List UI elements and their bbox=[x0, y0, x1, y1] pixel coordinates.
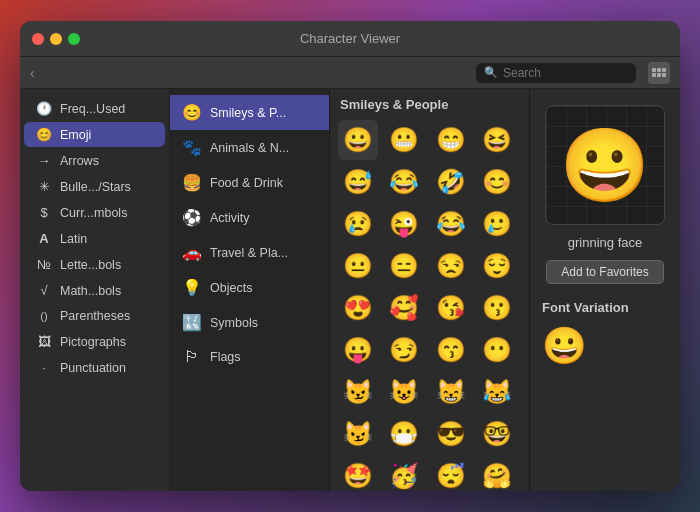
emoji-cell[interactable]: 😂 bbox=[384, 162, 424, 202]
category-symbols[interactable]: 🔣 Symbols bbox=[170, 305, 329, 340]
sidebar-label-arrows: Arrows bbox=[60, 154, 99, 168]
emoji-preview-wrapper: 😀 bbox=[545, 105, 665, 225]
sidebar-item-arrows[interactable]: → Arrows bbox=[24, 148, 165, 173]
maximize-button[interactable] bbox=[68, 33, 80, 45]
emoji-cell[interactable]: 🥳 bbox=[384, 456, 424, 491]
search-bar[interactable]: 🔍 bbox=[476, 63, 636, 83]
smileys-icon: 😊 bbox=[182, 103, 202, 122]
sidebar-item-pictographs[interactable]: 🖼 Pictographs bbox=[24, 329, 165, 354]
emoji-cell[interactable]: 😊 bbox=[477, 162, 517, 202]
search-input[interactable] bbox=[503, 66, 628, 80]
emoji-cell[interactable]: 😶 bbox=[477, 330, 517, 370]
emoji-cell[interactable]: 😙 bbox=[431, 330, 471, 370]
emoji-cell[interactable]: 😴 bbox=[431, 456, 471, 491]
emoji-cell[interactable]: 😗 bbox=[477, 288, 517, 328]
chevron-left-icon: ‹ bbox=[30, 65, 35, 81]
symbols-icon: 🔣 bbox=[182, 313, 202, 332]
sidebar-item-math-bols[interactable]: √ Math...bols bbox=[24, 278, 165, 303]
search-icon: 🔍 bbox=[484, 66, 498, 79]
category-objects[interactable]: 💡 Objects bbox=[170, 270, 329, 305]
nav-back-button[interactable]: ‹ bbox=[30, 65, 35, 81]
window-title: Character Viewer bbox=[300, 31, 400, 46]
category-label-smileys: Smileys & P... bbox=[210, 106, 286, 120]
category-flags[interactable]: 🏳 Flags bbox=[170, 340, 329, 374]
sidebar-label-math-bols: Math...bols bbox=[60, 284, 121, 298]
category-activity[interactable]: ⚽ Activity bbox=[170, 200, 329, 235]
travel-icon: 🚗 bbox=[182, 243, 202, 262]
emoji-cell[interactable]: 😷 bbox=[384, 414, 424, 454]
emoji-cell[interactable]: 🤩 bbox=[338, 456, 378, 491]
emoji-cell[interactable]: 😏 bbox=[384, 330, 424, 370]
category-smileys[interactable]: 😊 Smileys & P... bbox=[170, 95, 329, 130]
category-label-symbols: Symbols bbox=[210, 316, 258, 330]
emoji-cell[interactable]: 😹 bbox=[477, 372, 517, 412]
category-animals[interactable]: 🐾 Animals & N... bbox=[170, 130, 329, 165]
animals-icon: 🐾 bbox=[182, 138, 202, 157]
sidebar-item-parentheses[interactable]: () Parentheses bbox=[24, 304, 165, 328]
emoji-cell[interactable]: 😢 bbox=[338, 204, 378, 244]
latin-icon: A bbox=[36, 231, 52, 246]
grid-dot bbox=[657, 73, 661, 77]
emoji-cell[interactable]: 😺 bbox=[384, 372, 424, 412]
emoji-cell[interactable]: 😎 bbox=[431, 414, 471, 454]
minimize-button[interactable] bbox=[50, 33, 62, 45]
category-travel[interactable]: 🚗 Travel & Pla... bbox=[170, 235, 329, 270]
emoji-cell[interactable]: 😍 bbox=[338, 288, 378, 328]
emoji-cell[interactable]: 🥰 bbox=[384, 288, 424, 328]
close-button[interactable] bbox=[32, 33, 44, 45]
sidebar-item-bullet-stars[interactable]: ✳ Bulle.../Stars bbox=[24, 174, 165, 199]
sidebar-item-latin[interactable]: A Latin bbox=[24, 226, 165, 251]
emoji-cell[interactable]: 😐 bbox=[338, 246, 378, 286]
category-food[interactable]: 🍔 Food & Drink bbox=[170, 165, 329, 200]
sidebar-item-punctuation[interactable]: · Punctuation bbox=[24, 355, 165, 380]
sidebar-label-bullet: Bulle.../Stars bbox=[60, 180, 131, 194]
emoji-cell[interactable]: 😜 bbox=[384, 204, 424, 244]
emoji-cell[interactable]: 😬 bbox=[384, 120, 424, 160]
sidebar-item-emoji[interactable]: 😊 Emoji bbox=[24, 122, 165, 147]
navbar: ‹ 🔍 bbox=[20, 57, 680, 89]
sidebar-label-freq-used: Freq...Used bbox=[60, 102, 125, 116]
sidebar-item-lette-bols[interactable]: № Lette...bols bbox=[24, 252, 165, 277]
emoji-preview: 😀 bbox=[560, 123, 650, 208]
emoji-cell[interactable]: 😆 bbox=[477, 120, 517, 160]
activity-icon: ⚽ bbox=[182, 208, 202, 227]
emoji-cell[interactable]: 😑 bbox=[384, 246, 424, 286]
currency-icon: $ bbox=[36, 205, 52, 220]
sqrt-icon: √ bbox=[36, 283, 52, 298]
sidebar-label-punctuation: Punctuation bbox=[60, 361, 126, 375]
emoji-name: grinning face bbox=[568, 235, 642, 250]
sidebar-item-freq-used[interactable]: 🕐 Freq...Used bbox=[24, 96, 165, 121]
emoji-grid: 😀 😬 😁 😆 😅 😂 🤣 😊 😢 😜 😂 🥲 😐 😑 😒 😌 😍 🥰 😘 bbox=[338, 120, 521, 491]
grid-view-button[interactable] bbox=[648, 62, 670, 84]
emoji-cell[interactable]: 😘 bbox=[431, 288, 471, 328]
titlebar: Character Viewer bbox=[20, 21, 680, 57]
emoji-cell[interactable]: 😛 bbox=[338, 330, 378, 370]
grid-dot bbox=[662, 73, 666, 77]
emoji-cell[interactable]: 😒 bbox=[431, 246, 471, 286]
category-label-travel: Travel & Pla... bbox=[210, 246, 288, 260]
sidebar-label-currency: Curr...mbols bbox=[60, 206, 127, 220]
sidebar-label-emoji: Emoji bbox=[60, 128, 91, 142]
sidebar-label-pictographs: Pictographs bbox=[60, 335, 126, 349]
emoji-cell[interactable]: 😼 bbox=[338, 414, 378, 454]
emoji-cell[interactable]: 😼 bbox=[338, 372, 378, 412]
emoji-cell[interactable]: 🥲 bbox=[477, 204, 517, 244]
content-area: 🕐 Freq...Used 😊 Emoji → Arrows ✳ Bulle..… bbox=[20, 89, 680, 491]
grid-icon bbox=[652, 68, 666, 77]
objects-icon: 💡 bbox=[182, 278, 202, 297]
add-favorites-button[interactable]: Add to Favorites bbox=[546, 260, 663, 284]
emoji-cell[interactable]: 😁 bbox=[431, 120, 471, 160]
emoji-cell[interactable]: 😂 bbox=[431, 204, 471, 244]
emoji-cell[interactable]: 🤗 bbox=[477, 456, 517, 491]
left-sidebar: 🕐 Freq...Used 😊 Emoji → Arrows ✳ Bulle..… bbox=[20, 89, 170, 491]
emoji-cell[interactable]: 🤓 bbox=[477, 414, 517, 454]
emoji-cell[interactable]: 🤣 bbox=[431, 162, 471, 202]
sidebar-label-latin: Latin bbox=[60, 232, 87, 246]
emoji-cell[interactable]: 😌 bbox=[477, 246, 517, 286]
traffic-lights bbox=[32, 33, 80, 45]
emoji-cell[interactable]: 😸 bbox=[431, 372, 471, 412]
punctuation-icon: · bbox=[36, 360, 52, 375]
sidebar-item-curr-symbols[interactable]: $ Curr...mbols bbox=[24, 200, 165, 225]
emoji-cell[interactable]: 😅 bbox=[338, 162, 378, 202]
emoji-cell[interactable]: 😀 bbox=[338, 120, 378, 160]
